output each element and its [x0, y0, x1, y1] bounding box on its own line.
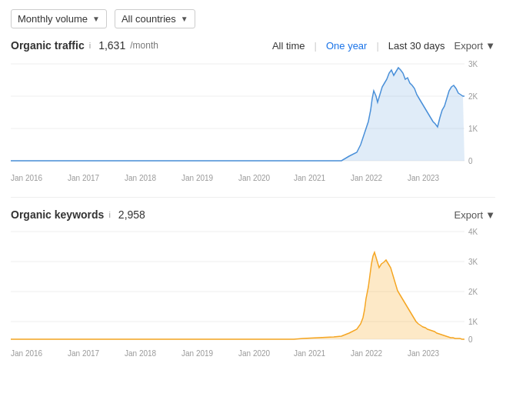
svg-text:4K: 4K: [468, 228, 478, 236]
organic-keywords-export[interactable]: Export ▼: [454, 209, 495, 221]
svg-text:Jan 2017: Jan 2017: [68, 349, 100, 358]
svg-text:Jan 2020: Jan 2020: [238, 174, 271, 182]
svg-text:Jan 2023: Jan 2023: [408, 174, 440, 182]
organic-traffic-chart: 3K 2K 1K 0 Jan 2016 Jan 2017 Jan 2018 Ja…: [11, 56, 495, 191]
all-countries-dropdown[interactable]: All countries ▼: [115, 9, 195, 28]
organic-traffic-left: Organic traffic i 1,631 /month: [11, 39, 158, 52]
svg-text:0: 0: [468, 157, 473, 165]
organic-traffic-info[interactable]: i: [89, 41, 91, 50]
svg-marker-27: [11, 252, 464, 339]
svg-text:Jan 2022: Jan 2022: [351, 174, 383, 182]
filter-last-30[interactable]: Last 30 days: [388, 40, 445, 52]
filter-one-year[interactable]: One year: [326, 40, 367, 52]
svg-text:Jan 2019: Jan 2019: [181, 174, 214, 182]
svg-marker-8: [11, 68, 464, 161]
organic-traffic-title: Organic traffic: [11, 39, 85, 52]
svg-text:3K: 3K: [468, 258, 478, 266]
svg-text:Jan 2018: Jan 2018: [125, 174, 157, 182]
organic-keywords-info[interactable]: i: [108, 210, 110, 219]
svg-text:1K: 1K: [468, 125, 478, 133]
svg-text:0: 0: [468, 335, 473, 344]
all-countries-label: All countries: [122, 13, 176, 25]
svg-text:Jan 2023: Jan 2023: [408, 349, 440, 358]
svg-text:Jan 2021: Jan 2021: [294, 174, 326, 182]
organic-keywords-value: 2,958: [118, 208, 145, 221]
svg-text:Jan 2017: Jan 2017: [68, 174, 100, 182]
organic-traffic-value: 1,631: [98, 39, 125, 52]
organic-keywords-header: Organic keywords i 2,958 Export ▼: [0, 204, 506, 225]
svg-text:Jan 2019: Jan 2019: [181, 349, 214, 358]
monthly-volume-dropdown[interactable]: Monthly volume ▼: [11, 9, 107, 28]
svg-text:Jan 2021: Jan 2021: [294, 349, 326, 358]
monthly-volume-arrow: ▼: [92, 15, 100, 23]
section-divider: [11, 197, 495, 198]
svg-text:Jan 2016: Jan 2016: [11, 349, 43, 358]
monthly-volume-label: Monthly volume: [18, 13, 88, 25]
organic-traffic-header: Organic traffic i 1,631 /month All time …: [0, 35, 506, 56]
svg-text:1K: 1K: [468, 318, 478, 326]
svg-text:Jan 2016: Jan 2016: [11, 174, 43, 182]
svg-text:3K: 3K: [468, 60, 478, 68]
organic-traffic-unit: /month: [130, 40, 158, 51]
svg-text:2K: 2K: [468, 92, 478, 101]
organic-keywords-chart: 4K 3K 2K 1K 0 Jan 2016 Jan 2017 Jan 2018…: [11, 225, 495, 368]
top-bar: Monthly volume ▼ All countries ▼: [0, 0, 506, 35]
svg-text:Jan 2020: Jan 2020: [238, 349, 271, 358]
organic-traffic-filters: All time | One year | Last 30 days Expor…: [272, 40, 495, 52]
all-countries-arrow: ▼: [181, 15, 188, 23]
organic-traffic-export[interactable]: Export ▼: [454, 40, 495, 52]
svg-text:Jan 2022: Jan 2022: [351, 349, 383, 358]
svg-text:2K: 2K: [468, 288, 478, 296]
svg-text:Jan 2018: Jan 2018: [125, 349, 157, 358]
filter-all-time[interactable]: All time: [272, 40, 305, 52]
organic-keywords-title: Organic keywords: [11, 208, 104, 221]
organic-keywords-left: Organic keywords i 2,958: [11, 208, 145, 221]
